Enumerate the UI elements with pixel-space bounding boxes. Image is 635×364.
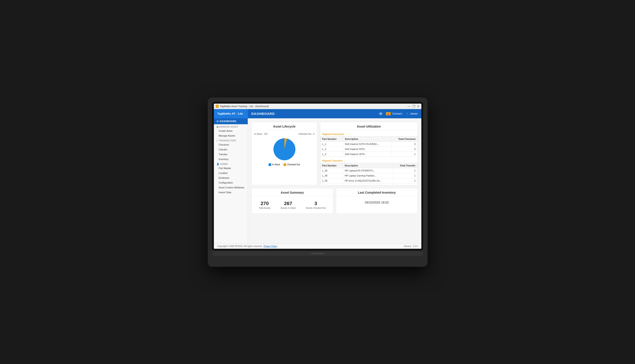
connect-icon: 🚗 (386, 112, 391, 115)
app-logo: TagMatiks AT - Lite (214, 109, 248, 118)
checked-out-label: Checked Out - 3 (299, 133, 315, 135)
transfer-total-0: 1 (393, 168, 417, 173)
in-stock-label: In Stock - 267 (254, 133, 268, 135)
sidebar-item-location[interactable]: Location (214, 170, 248, 176)
highest-transfers-title: Highest Transfers (320, 158, 418, 163)
screen-bezel: T TagMatiks Asset Tracking - Lite - [Das… (212, 102, 423, 250)
transfers-header-row: Part Number Description Total Transfer (320, 163, 417, 168)
version-text: Version : 1.3.4 (404, 245, 418, 248)
transfers-col-part: Part Number (320, 163, 343, 168)
manage-asset-icon: ▦ (217, 126, 219, 128)
inventory-date: 04/10/2020 18:02 (365, 201, 389, 204)
app-body: ⊞ DASHBOARD ▦ MANAGE ASSET Create Asset … (214, 118, 421, 244)
sidebar-item-configuration[interactable]: Configuration (214, 180, 248, 185)
utilization-content: Highest Checkouts Part Number Descriptio… (320, 130, 418, 185)
checkout-desc-0: Dell Inspiron 5370 CI5-8250U-... (343, 142, 391, 146)
manage-assets-label: Manage Assets (219, 134, 235, 137)
checkouts-col-total: Total Checkout (391, 136, 417, 142)
sidebar-item-transfer[interactable]: Transfer (214, 152, 248, 157)
transfers-col-desc: Description (343, 163, 393, 168)
connect-label: Connect (392, 112, 402, 115)
transfer-part-0: L_25 (320, 168, 343, 173)
checkout-part-0: L_1 (320, 142, 343, 146)
sidebar-item-manage-assets[interactable]: Manage Assets (214, 133, 248, 138)
laptop-shell: T TagMatiks Asset Tracking - Lite - [Das… (208, 98, 428, 267)
asset-custom-attributes-label: Asset Custom Attributes (219, 186, 245, 189)
sidebar-item-employee[interactable]: Employee (214, 176, 248, 180)
user-icon: 👤 (405, 112, 409, 115)
checked-out-dot (284, 163, 286, 166)
sidebar-item-import-data[interactable]: Import Data (214, 190, 248, 195)
transfer-part-1: L_40 (320, 173, 343, 178)
summary-card-header: Asset Summary (252, 188, 333, 196)
laptop-bottom (212, 252, 423, 256)
window-controls[interactable]: — ❐ ✕ (407, 104, 419, 108)
title-bar: T TagMatiks Asset Tracking - Lite - [Das… (214, 104, 421, 109)
app-header: TagMatiks AT - Lite DASHBOARD ☫ 🚗 Connec… (214, 109, 421, 118)
legend: In Stock Checked Out (269, 163, 300, 166)
sidebar-label-dashboard: DASHBOARD (220, 120, 237, 122)
maximize-button[interactable]: ❐ (412, 104, 415, 108)
close-button[interactable]: ✕ (417, 104, 419, 108)
connect-button[interactable]: 🚗 Connect (386, 112, 402, 115)
sidebar-section-transaction: + TRANSACTION (214, 138, 248, 142)
admin-icon: 👤 (217, 163, 219, 165)
rfid-icon: ☫ (379, 111, 382, 116)
sidebar-item-dashboard[interactable]: ⊞ DASHBOARD (214, 118, 248, 124)
top-row: Asset Lifecycle In Stock - 267 Checked O… (252, 122, 418, 185)
checkout-part-1: L_2 (320, 146, 343, 152)
screen: T TagMatiks Asset Tracking - Lite - [Das… (214, 104, 421, 249)
checked-out-value: 3 (306, 201, 326, 206)
sidebar-item-asset-custom-attributes[interactable]: Asset Custom Attributes (214, 185, 248, 190)
user-name: James (410, 112, 418, 115)
footer: Copyright © 2020 RFID4U. All rights rese… (214, 244, 421, 249)
legend-in-stock-label: In Stock (272, 163, 280, 166)
part-master-label: Part Master (219, 167, 231, 170)
privacy-policy-link[interactable]: Privacy Policy (264, 245, 277, 248)
app-icon: T (216, 105, 219, 108)
header-actions: ☫ 🚗 Connect 👤 James (379, 111, 421, 116)
transfer-part-2: L_55 (320, 178, 343, 183)
sidebar-section-admin: 👤 ADMIN (214, 162, 248, 166)
import-data-label: Import Data (219, 191, 231, 194)
in-stock-value: 267 (281, 201, 296, 206)
sidebar-section-label-admin: ADMIN (220, 163, 228, 165)
window-title: TagMatiks Asset Tracking - Lite - [Dashb… (220, 105, 269, 108)
checkouts-col-desc: Description (343, 136, 391, 142)
table-row: L_3 Dell Inspiron 3576... 1 (320, 152, 417, 156)
sidebar-item-checkin[interactable]: Checkin (214, 147, 248, 152)
sidebar-item-inventory[interactable]: Inventory (214, 157, 248, 162)
stat-checked-out: 3 Assets Checked Out (306, 201, 326, 209)
checked-out-stat-label: Assets Checked Out (306, 207, 326, 209)
in-stock-dot (269, 163, 271, 166)
transfer-desc-0: HP Laptop14S-CF0055TU... (343, 168, 393, 173)
dashboard-icon: ⊞ (217, 120, 219, 123)
table-row: L_55 HP Envy 13-AQ1015TU(10th Ge... 1 (320, 178, 417, 183)
transfers-table: Part Number Description Total Transfer L… (320, 163, 418, 183)
sidebar-item-checkout[interactable]: Checkout (214, 142, 248, 147)
copyright-text: Copyright © 2020 RFID4U. All rights rese… (217, 245, 263, 248)
sidebar: ⊞ DASHBOARD ▦ MANAGE ASSET Create Asset … (214, 118, 248, 244)
legend-checked-out: Checked Out (284, 163, 300, 166)
configuration-label: Configuration (219, 181, 233, 184)
app-logo-text: TagMatiks AT - Lite (217, 112, 243, 115)
user-button[interactable]: 👤 James (405, 112, 418, 115)
checkout-label: Checkout (219, 143, 229, 146)
sidebar-item-create-asset[interactable]: Create Asset (214, 128, 248, 133)
lifecycle-card-header: Asset Lifecycle (252, 122, 317, 130)
sidebar-item-part-master[interactable]: Part Master (214, 166, 248, 170)
table-row: L_25 HP Laptop14S-CF0055TU... 1 (320, 168, 417, 173)
sidebar-section-label-transaction: TRANSACTION (219, 140, 236, 142)
utilization-card: Asset Utilization Highest Checkouts Part… (320, 122, 418, 185)
transfer-total-1: 1 (393, 173, 417, 178)
utilization-card-header: Asset Utilization (320, 122, 418, 130)
table-row: L_2 Dell Inspiron 5570... 3 (320, 146, 417, 152)
total-assets-label: Total Assets (259, 207, 270, 209)
lifecycle-card: Asset Lifecycle In Stock - 267 Checked O… (252, 122, 317, 185)
minimize-button[interactable]: — (407, 104, 410, 108)
total-assets-value: 270 (259, 201, 270, 206)
page-title: DASHBOARD (248, 112, 379, 116)
pie-chart (267, 136, 302, 162)
checkout-desc-2: Dell Inspiron 3576... (343, 152, 391, 156)
checkouts-table: Part Number Description Total Checkout L… (320, 136, 418, 157)
